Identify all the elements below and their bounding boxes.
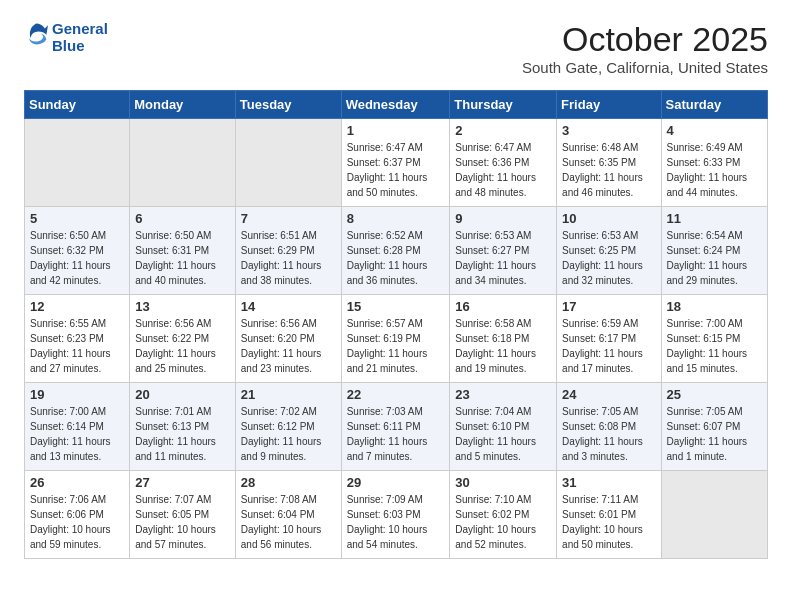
day-cell-25: 25Sunrise: 7:05 AMSunset: 6:07 PMDayligh…: [661, 383, 767, 471]
empty-cell: [130, 119, 236, 207]
empty-cell: [235, 119, 341, 207]
day-cell-9: 9Sunrise: 6:53 AMSunset: 6:27 PMDaylight…: [450, 207, 557, 295]
day-info: Sunrise: 6:56 AMSunset: 6:20 PMDaylight:…: [241, 316, 336, 376]
day-cell-30: 30Sunrise: 7:10 AMSunset: 6:02 PMDayligh…: [450, 471, 557, 559]
day-number: 24: [562, 387, 655, 402]
day-cell-17: 17Sunrise: 6:59 AMSunset: 6:17 PMDayligh…: [557, 295, 661, 383]
day-number: 19: [30, 387, 124, 402]
logo-text: General Blue: [52, 20, 108, 54]
day-cell-26: 26Sunrise: 7:06 AMSunset: 6:06 PMDayligh…: [25, 471, 130, 559]
day-number: 25: [667, 387, 762, 402]
day-number: 23: [455, 387, 551, 402]
month-title: October 2025: [522, 20, 768, 59]
day-number: 15: [347, 299, 445, 314]
day-info: Sunrise: 6:53 AMSunset: 6:25 PMDaylight:…: [562, 228, 655, 288]
day-info: Sunrise: 7:02 AMSunset: 6:12 PMDaylight:…: [241, 404, 336, 464]
day-info: Sunrise: 7:11 AMSunset: 6:01 PMDaylight:…: [562, 492, 655, 552]
header-row: SundayMondayTuesdayWednesdayThursdayFrid…: [25, 91, 768, 119]
day-info: Sunrise: 6:54 AMSunset: 6:24 PMDaylight:…: [667, 228, 762, 288]
day-info: Sunrise: 7:05 AMSunset: 6:08 PMDaylight:…: [562, 404, 655, 464]
day-cell-3: 3Sunrise: 6:48 AMSunset: 6:35 PMDaylight…: [557, 119, 661, 207]
empty-cell: [661, 471, 767, 559]
day-number: 3: [562, 123, 655, 138]
day-info: Sunrise: 6:50 AMSunset: 6:32 PMDaylight:…: [30, 228, 124, 288]
day-info: Sunrise: 6:48 AMSunset: 6:35 PMDaylight:…: [562, 140, 655, 200]
day-info: Sunrise: 7:01 AMSunset: 6:13 PMDaylight:…: [135, 404, 230, 464]
day-number: 20: [135, 387, 230, 402]
week-row-0: 1Sunrise: 6:47 AMSunset: 6:37 PMDaylight…: [25, 119, 768, 207]
day-info: Sunrise: 6:47 AMSunset: 6:37 PMDaylight:…: [347, 140, 445, 200]
day-number: 16: [455, 299, 551, 314]
day-cell-2: 2Sunrise: 6:47 AMSunset: 6:36 PMDaylight…: [450, 119, 557, 207]
day-info: Sunrise: 7:07 AMSunset: 6:05 PMDaylight:…: [135, 492, 230, 552]
day-info: Sunrise: 6:51 AMSunset: 6:29 PMDaylight:…: [241, 228, 336, 288]
day-cell-31: 31Sunrise: 7:11 AMSunset: 6:01 PMDayligh…: [557, 471, 661, 559]
day-number: 31: [562, 475, 655, 490]
day-info: Sunrise: 6:47 AMSunset: 6:36 PMDaylight:…: [455, 140, 551, 200]
day-info: Sunrise: 7:06 AMSunset: 6:06 PMDaylight:…: [30, 492, 124, 552]
title-block: October 2025 South Gate, California, Uni…: [522, 20, 768, 76]
day-cell-5: 5Sunrise: 6:50 AMSunset: 6:32 PMDaylight…: [25, 207, 130, 295]
week-row-4: 26Sunrise: 7:06 AMSunset: 6:06 PMDayligh…: [25, 471, 768, 559]
logo: General Blue: [24, 20, 108, 54]
day-cell-7: 7Sunrise: 6:51 AMSunset: 6:29 PMDaylight…: [235, 207, 341, 295]
day-info: Sunrise: 6:57 AMSunset: 6:19 PMDaylight:…: [347, 316, 445, 376]
day-cell-14: 14Sunrise: 6:56 AMSunset: 6:20 PMDayligh…: [235, 295, 341, 383]
week-row-3: 19Sunrise: 7:00 AMSunset: 6:14 PMDayligh…: [25, 383, 768, 471]
day-cell-8: 8Sunrise: 6:52 AMSunset: 6:28 PMDaylight…: [341, 207, 450, 295]
day-cell-23: 23Sunrise: 7:04 AMSunset: 6:10 PMDayligh…: [450, 383, 557, 471]
day-cell-20: 20Sunrise: 7:01 AMSunset: 6:13 PMDayligh…: [130, 383, 236, 471]
day-info: Sunrise: 6:58 AMSunset: 6:18 PMDaylight:…: [455, 316, 551, 376]
header-saturday: Saturday: [661, 91, 767, 119]
day-cell-29: 29Sunrise: 7:09 AMSunset: 6:03 PMDayligh…: [341, 471, 450, 559]
empty-cell: [25, 119, 130, 207]
logo-icon: [24, 22, 48, 46]
day-info: Sunrise: 7:00 AMSunset: 6:15 PMDaylight:…: [667, 316, 762, 376]
day-cell-10: 10Sunrise: 6:53 AMSunset: 6:25 PMDayligh…: [557, 207, 661, 295]
day-cell-16: 16Sunrise: 6:58 AMSunset: 6:18 PMDayligh…: [450, 295, 557, 383]
day-number: 14: [241, 299, 336, 314]
day-cell-12: 12Sunrise: 6:55 AMSunset: 6:23 PMDayligh…: [25, 295, 130, 383]
day-number: 11: [667, 211, 762, 226]
header-tuesday: Tuesday: [235, 91, 341, 119]
day-number: 18: [667, 299, 762, 314]
day-info: Sunrise: 6:52 AMSunset: 6:28 PMDaylight:…: [347, 228, 445, 288]
day-number: 27: [135, 475, 230, 490]
day-number: 4: [667, 123, 762, 138]
day-number: 1: [347, 123, 445, 138]
day-number: 22: [347, 387, 445, 402]
header-wednesday: Wednesday: [341, 91, 450, 119]
day-info: Sunrise: 7:00 AMSunset: 6:14 PMDaylight:…: [30, 404, 124, 464]
day-number: 13: [135, 299, 230, 314]
day-number: 29: [347, 475, 445, 490]
day-info: Sunrise: 6:55 AMSunset: 6:23 PMDaylight:…: [30, 316, 124, 376]
day-cell-18: 18Sunrise: 7:00 AMSunset: 6:15 PMDayligh…: [661, 295, 767, 383]
calendar-page: General Blue October 2025 South Gate, Ca…: [0, 0, 792, 575]
day-number: 28: [241, 475, 336, 490]
day-number: 10: [562, 211, 655, 226]
day-number: 2: [455, 123, 551, 138]
day-info: Sunrise: 6:56 AMSunset: 6:22 PMDaylight:…: [135, 316, 230, 376]
day-info: Sunrise: 7:03 AMSunset: 6:11 PMDaylight:…: [347, 404, 445, 464]
day-number: 17: [562, 299, 655, 314]
day-number: 26: [30, 475, 124, 490]
day-cell-6: 6Sunrise: 6:50 AMSunset: 6:31 PMDaylight…: [130, 207, 236, 295]
header-monday: Monday: [130, 91, 236, 119]
header: General Blue October 2025 South Gate, Ca…: [24, 20, 768, 76]
day-number: 30: [455, 475, 551, 490]
day-number: 21: [241, 387, 336, 402]
location: South Gate, California, United States: [522, 59, 768, 76]
day-number: 9: [455, 211, 551, 226]
day-number: 7: [241, 211, 336, 226]
day-number: 12: [30, 299, 124, 314]
calendar-table: SundayMondayTuesdayWednesdayThursdayFrid…: [24, 90, 768, 559]
day-cell-28: 28Sunrise: 7:08 AMSunset: 6:04 PMDayligh…: [235, 471, 341, 559]
header-sunday: Sunday: [25, 91, 130, 119]
day-number: 8: [347, 211, 445, 226]
day-cell-11: 11Sunrise: 6:54 AMSunset: 6:24 PMDayligh…: [661, 207, 767, 295]
week-row-1: 5Sunrise: 6:50 AMSunset: 6:32 PMDaylight…: [25, 207, 768, 295]
day-cell-27: 27Sunrise: 7:07 AMSunset: 6:05 PMDayligh…: [130, 471, 236, 559]
day-number: 6: [135, 211, 230, 226]
day-cell-22: 22Sunrise: 7:03 AMSunset: 6:11 PMDayligh…: [341, 383, 450, 471]
week-row-2: 12Sunrise: 6:55 AMSunset: 6:23 PMDayligh…: [25, 295, 768, 383]
